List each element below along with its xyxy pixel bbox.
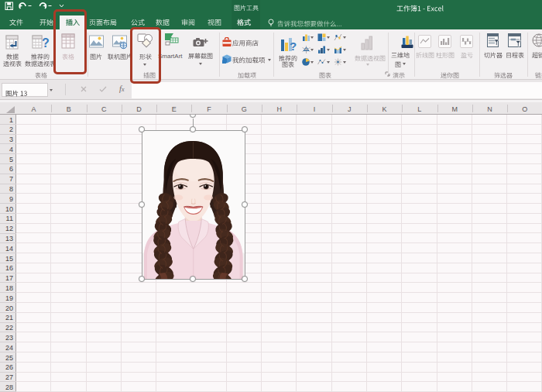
svg-text:?: ?: [42, 36, 50, 50]
svg-text:?: ?: [290, 40, 297, 53]
